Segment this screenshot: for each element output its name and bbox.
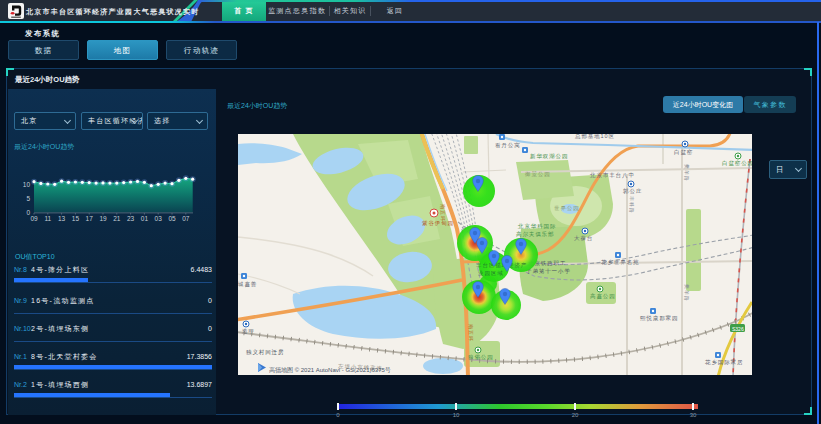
svg-text:19: 19	[99, 215, 107, 222]
svg-text:南五环: 南五环	[440, 204, 446, 222]
svg-text:樊羊路: 樊羊路	[684, 164, 690, 182]
svg-text:丰台区循环经济产: 丰台区循环经济产	[476, 262, 527, 269]
svg-text:11: 11	[44, 215, 51, 222]
svg-text:13: 13	[58, 215, 66, 222]
svg-text:01: 01	[141, 215, 149, 222]
svg-text:23: 23	[127, 215, 135, 222]
svg-text:21: 21	[113, 215, 121, 222]
svg-text:北京华科国际: 北京华科国际	[517, 223, 556, 230]
svg-text:城鑫善: 城鑫善	[238, 281, 257, 288]
svg-text:白盆窑公园: 白盆窑公园	[722, 160, 752, 167]
svg-text:造甲: 造甲	[242, 328, 255, 334]
svg-text:看丹公寓: 看丹公寓	[495, 142, 521, 149]
svg-text:5: 5	[26, 195, 30, 202]
svg-text:郭公庄: 郭公庄	[623, 188, 642, 195]
svg-text:南五环: 南五环	[468, 324, 474, 342]
svg-text:北京市丰台八中: 北京市丰台八中	[589, 172, 635, 179]
svg-text:新华双湖公园: 新华双湖公园	[530, 153, 568, 160]
svg-text:花乡国际家居: 花乡国际家居	[705, 359, 743, 366]
svg-text:07: 07	[182, 215, 190, 222]
svg-text:高尔夫俱乐部: 高尔夫俱乐部	[516, 231, 554, 238]
svg-text:白盆窑: 白盆窑	[674, 149, 693, 156]
svg-text:17: 17	[86, 215, 94, 222]
svg-text:紫谷伊甸园: 紫谷伊甸园	[422, 220, 454, 227]
svg-text:樊羊路: 樊羊路	[684, 284, 690, 302]
svg-text:狼垡公园: 狼垡公园	[468, 354, 494, 361]
svg-text:世界公园: 世界公园	[554, 205, 580, 212]
svg-text:独义村回迁房: 独义村回迁房	[246, 349, 284, 356]
svg-text:S326: S326	[732, 326, 744, 332]
svg-text:高德地图 © 2021 AutoNavi - GS(2021: 高德地图 © 2021 AutoNavi - GS(2021)6375号	[269, 366, 391, 374]
svg-text:05: 05	[168, 215, 176, 222]
svg-text:09: 09	[30, 215, 38, 222]
svg-text:花乡世界名苑: 花乡世界名苑	[601, 259, 639, 266]
svg-text:0: 0	[26, 209, 30, 216]
svg-text:御景公园: 御景公园	[524, 171, 551, 178]
svg-text:10: 10	[23, 181, 31, 188]
svg-text:03: 03	[155, 215, 163, 222]
svg-text:大葆台: 大葆台	[574, 235, 593, 241]
svg-text:子弟第十一小学: 子弟第十一小学	[526, 268, 571, 274]
svg-text:15: 15	[72, 215, 80, 222]
svg-text:业园区域: 业园区域	[478, 270, 504, 277]
svg-text:高鑫公园: 高鑫公园	[590, 293, 616, 300]
svg-text:丰科路: 丰科路	[629, 196, 635, 214]
svg-text:熙悦康郡家园: 熙悦康郡家园	[640, 315, 678, 322]
